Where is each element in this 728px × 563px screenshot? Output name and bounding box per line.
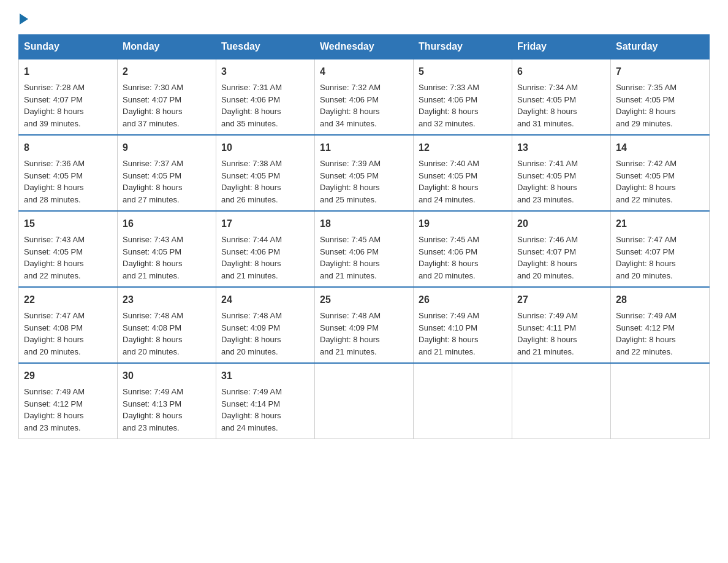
sunrise-text: Sunrise: 7:43 AM [123,235,183,244]
day-number: 14 [616,140,704,155]
calendar-cell: 22 Sunrise: 7:47 AM Sunset: 4:08 PM Dayl… [19,287,118,363]
sunrise-text: Sunrise: 7:32 AM [320,83,381,92]
day-number: 30 [123,369,211,383]
daylight-text: Daylight: 8 hours [221,107,281,116]
day-number: 31 [221,369,309,383]
calendar-cell: 31 Sunrise: 7:49 AM Sunset: 4:14 PM Dayl… [216,363,315,439]
daylight-text: Daylight: 8 hours [123,259,183,268]
sunset-text: Sunset: 4:05 PM [24,171,83,180]
daylight-minutes-text: and 20 minutes. [517,271,574,280]
daylight-text: Daylight: 8 hours [123,411,183,420]
daylight-minutes-text: and 37 minutes. [123,119,180,128]
sunset-text: Sunset: 4:06 PM [419,247,477,256]
calendar-cell: 27 Sunrise: 7:49 AM Sunset: 4:11 PM Dayl… [512,287,611,363]
daylight-minutes-text: and 34 minutes. [320,119,377,128]
sunset-text: Sunset: 4:07 PM [616,247,675,256]
sunrise-text: Sunrise: 7:44 AM [221,235,282,244]
calendar-week-row: 15 Sunrise: 7:43 AM Sunset: 4:05 PM Dayl… [19,211,710,287]
daylight-minutes-text: and 20 minutes. [419,271,476,280]
daylight-text: Daylight: 8 hours [419,259,479,268]
day-number: 3 [221,64,309,79]
sunrise-text: Sunrise: 7:39 AM [320,159,381,168]
calendar-cell: 12 Sunrise: 7:40 AM Sunset: 4:05 PM Dayl… [414,135,512,211]
logo-arrow-icon [20,13,28,25]
day-number: 20 [517,216,605,231]
calendar-cell: 15 Sunrise: 7:43 AM Sunset: 4:05 PM Dayl… [19,211,118,287]
daylight-minutes-text: and 26 minutes. [221,195,278,204]
sunset-text: Sunset: 4:12 PM [24,399,83,408]
calendar-day-header: Sunday [19,35,118,59]
daylight-text: Daylight: 8 hours [320,335,380,344]
sunrise-text: Sunrise: 7:41 AM [517,159,578,168]
sunrise-text: Sunrise: 7:30 AM [123,83,183,92]
calendar-day-header: Friday [512,35,611,59]
daylight-minutes-text: and 21 minutes. [221,271,278,280]
calendar-cell: 21 Sunrise: 7:47 AM Sunset: 4:07 PM Dayl… [611,211,710,287]
daylight-minutes-text: and 28 minutes. [24,195,81,204]
sunrise-text: Sunrise: 7:43 AM [24,235,85,244]
calendar-cell: 20 Sunrise: 7:46 AM Sunset: 4:07 PM Dayl… [512,211,611,287]
sunrise-text: Sunrise: 7:47 AM [24,311,85,320]
day-number: 27 [517,293,605,307]
calendar-cell: 28 Sunrise: 7:49 AM Sunset: 4:12 PM Dayl… [611,287,710,363]
daylight-minutes-text: and 22 minutes. [616,195,673,204]
sunrise-text: Sunrise: 7:40 AM [419,159,479,168]
sunrise-text: Sunrise: 7:28 AM [24,83,85,92]
sunset-text: Sunset: 4:05 PM [123,171,181,180]
day-number: 17 [221,216,309,231]
day-number: 25 [320,293,408,307]
daylight-minutes-text: and 21 minutes. [517,347,574,356]
calendar-cell: 7 Sunrise: 7:35 AM Sunset: 4:05 PM Dayli… [611,59,710,135]
calendar-cell: 29 Sunrise: 7:49 AM Sunset: 4:12 PM Dayl… [19,363,118,439]
sunset-text: Sunset: 4:05 PM [320,171,379,180]
calendar-cell: 16 Sunrise: 7:43 AM Sunset: 4:05 PM Dayl… [118,211,216,287]
daylight-minutes-text: and 31 minutes. [517,119,574,128]
sunset-text: Sunset: 4:09 PM [320,323,379,332]
daylight-minutes-text: and 24 minutes. [221,423,278,432]
calendar-cell: 8 Sunrise: 7:36 AM Sunset: 4:05 PM Dayli… [19,135,118,211]
daylight-minutes-text: and 35 minutes. [221,119,278,128]
logo [18,12,28,22]
page-header [18,12,710,22]
daylight-minutes-text: and 21 minutes. [320,347,377,356]
calendar-day-header: Saturday [611,35,710,59]
daylight-text: Daylight: 8 hours [616,335,676,344]
sunset-text: Sunset: 4:05 PM [123,247,181,256]
day-number: 26 [419,293,507,307]
daylight-minutes-text: and 39 minutes. [24,119,81,128]
calendar-cell: 9 Sunrise: 7:37 AM Sunset: 4:05 PM Dayli… [118,135,216,211]
daylight-text: Daylight: 8 hours [616,107,676,116]
sunset-text: Sunset: 4:08 PM [123,323,181,332]
sunrise-text: Sunrise: 7:36 AM [24,159,85,168]
day-number: 10 [221,140,309,155]
sunrise-text: Sunrise: 7:49 AM [616,311,677,320]
day-number: 22 [24,293,112,307]
calendar-cell [414,363,512,439]
day-number: 21 [616,216,704,231]
sunrise-text: Sunrise: 7:48 AM [320,311,381,320]
daylight-text: Daylight: 8 hours [517,107,577,116]
sunset-text: Sunset: 4:13 PM [123,399,181,408]
sunset-text: Sunset: 4:07 PM [24,95,83,104]
daylight-text: Daylight: 8 hours [419,183,479,192]
sunset-text: Sunset: 4:05 PM [24,247,83,256]
calendar-cell: 30 Sunrise: 7:49 AM Sunset: 4:13 PM Dayl… [118,363,216,439]
daylight-text: Daylight: 8 hours [616,259,676,268]
daylight-text: Daylight: 8 hours [24,335,84,344]
calendar-week-row: 8 Sunrise: 7:36 AM Sunset: 4:05 PM Dayli… [19,135,710,211]
daylight-minutes-text: and 32 minutes. [419,119,476,128]
sunrise-text: Sunrise: 7:35 AM [616,83,677,92]
day-number: 16 [123,216,211,231]
daylight-minutes-text: and 21 minutes. [419,347,476,356]
daylight-text: Daylight: 8 hours [419,335,479,344]
calendar-cell: 24 Sunrise: 7:48 AM Sunset: 4:09 PM Dayl… [216,287,315,363]
sunset-text: Sunset: 4:06 PM [320,95,379,104]
day-number: 5 [419,64,507,79]
daylight-text: Daylight: 8 hours [24,107,84,116]
daylight-text: Daylight: 8 hours [517,183,577,192]
calendar-cell [512,363,611,439]
sunset-text: Sunset: 4:10 PM [419,323,477,332]
sunrise-text: Sunrise: 7:48 AM [221,311,282,320]
day-number: 2 [123,64,211,79]
sunrise-text: Sunrise: 7:49 AM [419,311,479,320]
